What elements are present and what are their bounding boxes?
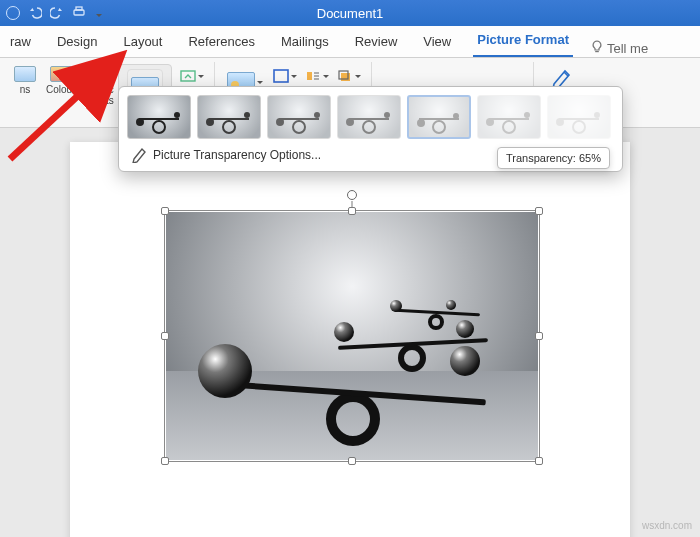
tab-picture-format[interactable]: Picture Format	[473, 26, 573, 57]
transparency-preset-0[interactable]	[127, 95, 191, 139]
tell-me[interactable]: Tell me	[591, 40, 648, 57]
svg-rect-8	[307, 72, 312, 80]
svg-rect-11	[341, 73, 350, 81]
resize-handle-tr[interactable]	[535, 207, 543, 215]
resize-handle-bl[interactable]	[161, 457, 169, 465]
transparency-dropdown: Picture Transparency Options... Transpar…	[118, 86, 623, 172]
compress-pictures-icon[interactable]	[179, 65, 205, 87]
tab-draw[interactable]: raw	[6, 28, 35, 57]
ribbon-tabs: raw Design Layout References Mailings Re…	[0, 26, 700, 58]
colour-icon	[50, 66, 72, 82]
tab-view[interactable]: View	[419, 28, 455, 57]
transparency-preset-1[interactable]	[197, 95, 261, 139]
resize-handle-l[interactable]	[161, 332, 169, 340]
transparency-options-label: Picture Transparency Options...	[153, 148, 321, 162]
resize-handle-t[interactable]	[348, 207, 356, 215]
transparency-preset-4[interactable]	[407, 95, 471, 139]
document-title: Document1	[317, 6, 383, 21]
titlebar: Document1	[0, 0, 700, 26]
selected-image[interactable]	[166, 212, 538, 460]
bring-forward-button[interactable]	[336, 65, 362, 87]
resize-handle-b[interactable]	[348, 457, 356, 465]
svg-rect-5	[274, 70, 288, 82]
tell-me-label: Tell me	[607, 41, 648, 56]
svg-rect-1	[76, 7, 82, 10]
tab-mailings[interactable]: Mailings	[277, 28, 333, 57]
watermark: wsxdn.com	[642, 520, 692, 531]
corrections-button[interactable]: ns	[8, 64, 42, 97]
print-icon[interactable]	[72, 6, 86, 21]
transparency-preset-5[interactable]	[477, 95, 541, 139]
resize-handle-tl[interactable]	[161, 207, 169, 215]
tab-review[interactable]: Review	[351, 28, 402, 57]
transparency-preset-2[interactable]	[267, 95, 331, 139]
transparency-preset-3[interactable]	[337, 95, 401, 139]
qat-dropdown-icon[interactable]	[94, 6, 102, 21]
transparency-preset-6[interactable]	[547, 95, 611, 139]
tab-references[interactable]: References	[184, 28, 258, 57]
transparency-options-icon	[131, 147, 147, 163]
artistic-effects-button[interactable]: Artistic Effects	[79, 64, 117, 108]
artistic-effects-icon	[88, 66, 110, 82]
redo-icon[interactable]	[50, 5, 64, 22]
svg-rect-3	[181, 71, 195, 81]
selection-outline	[164, 210, 540, 462]
quick-access-toolbar	[6, 5, 102, 22]
rotate-handle[interactable]	[347, 190, 357, 200]
workspace	[0, 128, 700, 537]
svg-rect-2	[595, 51, 599, 52]
tab-layout[interactable]: Layout	[119, 28, 166, 57]
tab-design[interactable]: Design	[53, 28, 101, 57]
document-page[interactable]	[70, 142, 630, 537]
svg-rect-0	[74, 10, 84, 15]
transparency-tooltip: Transparency: 65%	[497, 147, 610, 169]
undo-icon[interactable]	[28, 5, 42, 22]
corrections-icon	[14, 66, 36, 82]
colour-button[interactable]: Colour	[42, 64, 79, 97]
resize-handle-r[interactable]	[535, 332, 543, 340]
picture-border-button[interactable]	[272, 65, 298, 87]
resize-handle-br[interactable]	[535, 457, 543, 465]
lightbulb-icon	[591, 40, 603, 57]
wrap-text-button[interactable]	[304, 65, 330, 87]
transparency-presets	[127, 95, 614, 139]
autosave-icon[interactable]	[6, 6, 20, 20]
